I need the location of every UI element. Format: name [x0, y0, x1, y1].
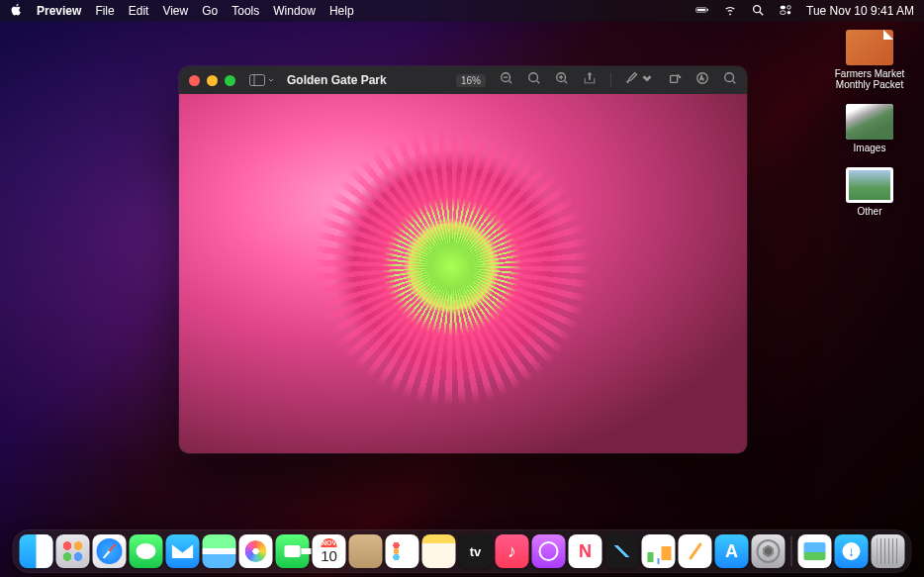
- dock-app-news[interactable]: [569, 534, 602, 568]
- dock-app-system-preferences[interactable]: [752, 534, 785, 568]
- svg-line-12: [509, 81, 512, 84]
- svg-line-17: [565, 81, 568, 84]
- image-content: [179, 94, 747, 453]
- wifi-icon[interactable]: [723, 3, 737, 20]
- svg-rect-20: [671, 75, 678, 82]
- dock-app-appstore[interactable]: [715, 534, 749, 568]
- svg-point-22: [725, 73, 734, 82]
- zoom-fit-button[interactable]: [527, 71, 541, 89]
- zoom-in-button[interactable]: [555, 71, 569, 89]
- dock-app-notes[interactable]: [422, 534, 456, 568]
- share-button[interactable]: [583, 71, 597, 89]
- svg-rect-2: [707, 8, 708, 10]
- menu-edit[interactable]: Edit: [129, 4, 149, 18]
- document-icon: [846, 30, 893, 65]
- svg-rect-1: [697, 8, 705, 10]
- image-stack-icon: [846, 104, 893, 140]
- desktop-icon-label: Images: [854, 143, 886, 153]
- svg-point-8: [787, 10, 791, 14]
- preview-window: Golden Gate Park 16%: [179, 66, 747, 453]
- svg-rect-9: [250, 75, 265, 86]
- desktop-icon-label: Other: [857, 206, 881, 217]
- dock-app-reminders[interactable]: [386, 534, 419, 568]
- svg-point-14: [529, 73, 538, 82]
- fullscreen-button[interactable]: [225, 75, 235, 86]
- desktop-file-farmers-market[interactable]: Farmers Market Monthly Packet: [825, 30, 914, 90]
- menu-view[interactable]: View: [162, 4, 188, 18]
- menu-file[interactable]: File: [95, 4, 114, 18]
- dock-app-mail[interactable]: [166, 534, 200, 568]
- battery-icon[interactable]: [695, 3, 709, 20]
- svg-line-15: [537, 81, 540, 84]
- svg-point-7: [787, 5, 791, 9]
- dock-app-maps[interactable]: [203, 534, 236, 568]
- dock-app-preview[interactable]: [798, 534, 832, 568]
- close-button[interactable]: [189, 75, 200, 86]
- dock-trash[interactable]: [872, 534, 905, 568]
- zoom-percentage[interactable]: 16%: [456, 74, 486, 87]
- calendar-month: NOV: [322, 538, 336, 547]
- highlight-button[interactable]: [625, 71, 654, 89]
- dock-app-messages[interactable]: [130, 534, 163, 568]
- window-titlebar[interactable]: Golden Gate Park 16%: [179, 66, 747, 94]
- menu-go[interactable]: Go: [202, 4, 218, 18]
- spotlight-icon[interactable]: [751, 3, 765, 20]
- dock-app-stocks[interactable]: [605, 534, 639, 568]
- desktop-file-images[interactable]: Images: [846, 104, 893, 153]
- traffic-lights: [189, 75, 235, 86]
- image-viewport[interactable]: [179, 94, 747, 453]
- dock: NOV 10: [14, 530, 911, 572]
- control-center-icon[interactable]: [779, 3, 792, 20]
- zoom-out-button[interactable]: [500, 71, 513, 89]
- desktop-file-other[interactable]: Other: [846, 167, 893, 217]
- menu-tools[interactable]: Tools: [231, 4, 259, 18]
- dock-app-pages[interactable]: [679, 534, 712, 568]
- dock-downloads[interactable]: [835, 534, 869, 568]
- dock-app-music[interactable]: [496, 534, 529, 568]
- dock-app-finder[interactable]: [20, 534, 53, 568]
- dock-app-numbers[interactable]: [642, 534, 676, 568]
- dock-app-contacts[interactable]: [349, 534, 383, 568]
- dock-app-tv[interactable]: [459, 534, 493, 568]
- dock-app-facetime[interactable]: [276, 534, 310, 568]
- apple-menu[interactable]: [10, 3, 23, 19]
- menubar-datetime[interactable]: Tue Nov 10 9:41 AM: [806, 4, 914, 18]
- svg-point-3: [754, 5, 761, 12]
- toolbar-separator: [610, 73, 611, 87]
- window-title: Golden Gate Park: [287, 73, 387, 87]
- menu-bar: Preview File Edit View Go Tools Window H…: [0, 0, 924, 22]
- app-name-menu[interactable]: Preview: [37, 4, 81, 18]
- sidebar-toggle-button[interactable]: [249, 74, 275, 86]
- svg-line-23: [733, 81, 736, 84]
- minimize-button[interactable]: [207, 75, 218, 86]
- svg-rect-6: [781, 10, 785, 14]
- svg-rect-5: [781, 5, 785, 9]
- rotate-button[interactable]: [668, 71, 682, 89]
- markup-button[interactable]: [695, 71, 709, 89]
- desktop-icons: Farmers Market Monthly Packet Images Oth…: [825, 30, 914, 217]
- search-button[interactable]: [723, 71, 737, 89]
- photo-icon: [846, 167, 893, 203]
- dock-app-calendar[interactable]: NOV 10: [313, 534, 346, 568]
- dock-app-safari[interactable]: [93, 534, 127, 568]
- dock-app-launchpad[interactable]: [56, 534, 90, 568]
- dock-app-photos[interactable]: [239, 534, 273, 568]
- dock-app-podcasts[interactable]: [532, 534, 566, 568]
- dock-divider: [791, 536, 792, 566]
- calendar-day: 10: [321, 547, 337, 565]
- desktop-icon-label: Farmers Market Monthly Packet: [825, 68, 914, 90]
- menu-window[interactable]: Window: [273, 4, 316, 18]
- svg-line-4: [760, 11, 764, 15]
- menu-help[interactable]: Help: [329, 4, 354, 18]
